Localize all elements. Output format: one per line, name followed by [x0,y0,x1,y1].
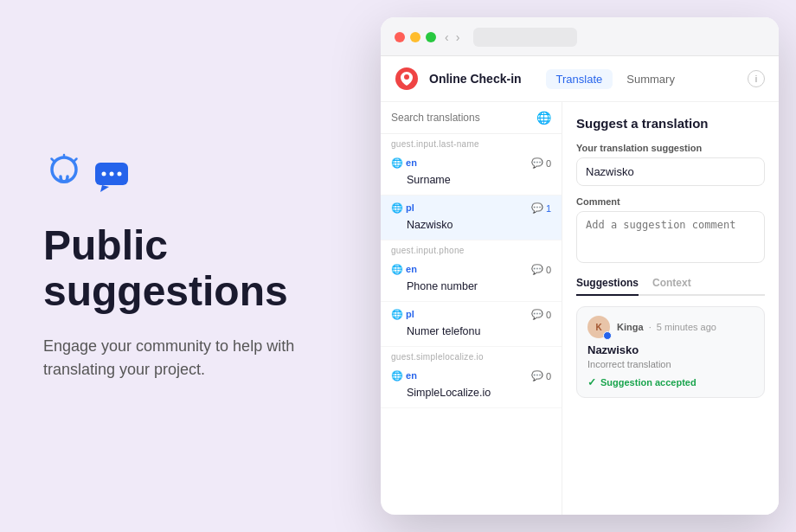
lang-tag-en-phone: 🌐 en [391,264,417,275]
suggestion-note: Incorrect translation [587,359,754,369]
accepted-badge: ✓ Suggestion accepted [587,376,754,388]
suggestion-header: K Kinga · 5 minutes ago [587,316,754,338]
suggestion-tabs: Suggestions Context [576,277,765,296]
translation-text-en-phone: Phone number [381,279,562,298]
search-bar: 🌐 [381,102,562,134]
app-header: Online Check-in Translate Summary i [381,56,779,102]
svg-point-10 [404,74,409,80]
app-logo [395,67,419,91]
translation-text-pl-phone: Numer telefonu [381,324,562,343]
subtext: Engage your community to help with trans… [43,335,337,381]
tab-translate[interactable]: Translate [546,69,613,89]
browser-chrome: ‹ › [381,17,779,56]
browser-dots: ‹ › [395,28,765,47]
list-item-simplelocalize: guest.simplelocalize.io 🌐 en 💬0 SimpleLo… [381,347,562,408]
svg-point-0 [52,157,76,182]
svg-line-4 [74,158,77,161]
main-content: 🌐 guest.input.last-name 🌐 en 💬0 Surname [381,102,779,515]
suggestion-card: K Kinga · 5 minutes ago Nazwisko Incorre… [576,306,765,398]
lang-tag-pl-phone: 🌐 pl [391,309,414,320]
nav-back[interactable]: ‹ [445,30,449,44]
comment-textarea[interactable] [576,211,765,263]
headline: Public suggestions [43,223,337,315]
lang-tag-pl-lastname: 🌐 pl [391,202,414,214]
svg-line-3 [52,158,55,161]
svg-point-7 [110,171,114,176]
url-bar[interactable] [473,28,577,47]
list-item-phone: guest.input.phone 🌐 en 💬0 Phone number 🌐… [381,240,562,347]
list-item-last-name: guest.input.last-name 🌐 en 💬0 Surname 🌐 … [381,134,562,240]
browser-window: ‹ › Online Check-in Translate Summary i … [381,17,779,515]
suggestion-panel: Suggest a translation Your translation s… [562,102,779,515]
check-icon: ✓ [587,376,596,388]
globe-icon: 🌐 [536,111,551,125]
lamp-icon [43,151,88,195]
icon-group [43,151,337,195]
app-nav: Translate Summary [546,69,737,89]
comment-icon-pl-lastname: 💬1 [531,202,551,214]
translation-entry-pl-lastname[interactable]: 🌐 pl 💬1 Nazwisko [381,195,562,240]
comment-icon-en-simplelocalize: 💬0 [531,370,551,381]
translation-text-en-lastname: Surname [381,172,562,191]
suggestion-meta: Kinga · 5 minutes ago [617,322,716,332]
comment-icon-en-lastname: 💬0 [531,157,551,169]
comment-label: Comment [576,196,765,207]
suggestion-text: Nazwisko [587,343,754,356]
key-label-last-name: guest.input.last-name [381,134,562,151]
avatar: K [587,316,610,338]
lang-tag-en-simplelocalize: 🌐 en [391,370,417,381]
list-panel: 🌐 guest.input.last-name 🌐 en 💬0 Surname [381,102,562,515]
tab-summary[interactable]: Summary [616,69,685,89]
lang-tag-en: 🌐 en [391,157,417,169]
tab-context[interactable]: Context [652,277,691,294]
translation-entry-en-phone[interactable]: 🌐 en 💬0 Phone number [381,257,562,302]
comment-icon-pl-phone: 💬0 [531,309,551,320]
translation-entry-pl-phone[interactable]: 🌐 pl 💬0 Numer telefonu [381,302,562,347]
chat-icon [93,161,130,194]
info-icon[interactable]: i [748,70,765,87]
key-label-phone: guest.input.phone [381,240,562,257]
dot-yellow[interactable] [410,32,420,42]
left-panel: Public suggestions Engage your community… [0,116,381,417]
your-translation-label: Your translation suggestion [576,143,765,153]
search-input[interactable] [391,112,530,124]
your-translation-input[interactable] [576,157,765,186]
translation-text-pl-lastname: Nazwisko [381,217,562,236]
translation-entry-en-lastname[interactable]: 🌐 en 💬0 Surname [381,151,562,195]
app-title: Online Check-in [429,72,522,86]
suggest-title: Suggest a translation [576,116,765,131]
translation-text-en-simplelocalize: SimpleLocalize.io [381,385,562,404]
avatar-badge [603,331,612,340]
translation-entry-en-simplelocalize[interactable]: 🌐 en 💬0 SimpleLocalize.io [381,363,562,408]
key-label-simplelocalize: guest.simplelocalize.io [381,347,562,363]
nav-forward[interactable]: › [456,30,460,44]
svg-point-8 [118,171,122,176]
tab-suggestions[interactable]: Suggestions [576,277,639,296]
comment-icon-en-phone: 💬0 [531,264,551,275]
svg-point-6 [102,171,106,176]
browser-nav: ‹ › [445,28,577,47]
dot-red[interactable] [395,32,405,42]
dot-green[interactable] [426,32,436,42]
